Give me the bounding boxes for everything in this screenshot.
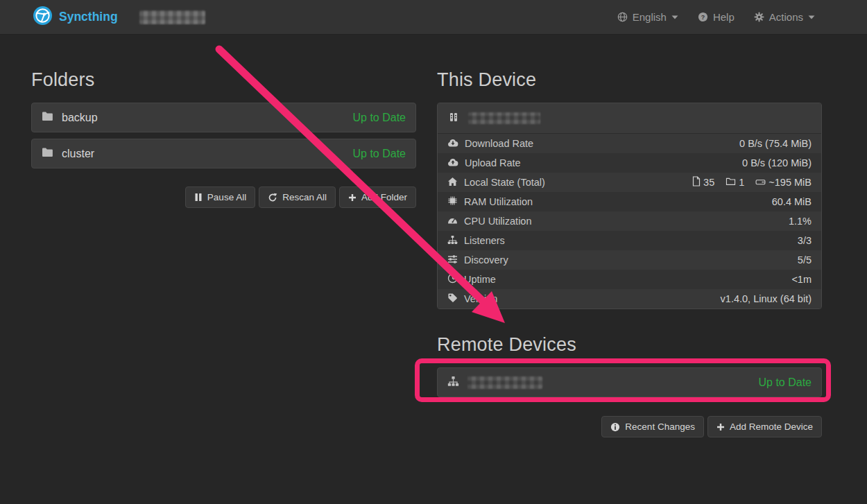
navbar-menu: English ? Help <box>617 11 815 23</box>
folder-row-cluster[interactable]: cluster Up to Date <box>31 139 416 168</box>
stat-value: 0 B/s (75.4 MiB) <box>739 138 812 149</box>
main-content: Folders backup Up to Date cluster Up to … <box>0 35 867 437</box>
stat-value: 60.4 MiB <box>772 196 812 207</box>
this-device-header[interactable] <box>438 103 821 134</box>
folder-row-backup[interactable]: backup Up to Date <box>31 103 416 132</box>
stat-value: 1.1% <box>789 216 812 227</box>
folder-name: cluster <box>62 148 94 160</box>
brand-title: Syncthing <box>59 10 118 24</box>
folders-title: Folders <box>31 69 416 91</box>
stat-label: Local State (Total) <box>464 177 545 188</box>
rescan-all-button[interactable]: Rescan All <box>259 186 336 208</box>
blurred-hostname <box>139 10 205 24</box>
folder-outline-icon <box>726 177 736 188</box>
stat-row-upload-rate: Upload Rate 0 B/s (120 MiB) <box>438 153 821 173</box>
globe-icon <box>617 12 628 22</box>
stat-row-uptime: Uptime <1m <box>438 270 821 289</box>
clock-icon <box>447 273 458 286</box>
stat-label: Download Rate <box>465 138 533 149</box>
caret-down-icon <box>671 15 678 20</box>
stat-value: 5/5 <box>798 254 812 266</box>
sitemap-icon <box>447 376 459 390</box>
device-bars-icon <box>447 111 460 126</box>
stat-label: Uptime <box>464 274 496 285</box>
stat-label: Upload Rate <box>465 157 521 168</box>
stat-row-cpu: CPU Utilization 1.1% <box>438 211 821 231</box>
stat-row-listeners: Listeners 3/3 <box>438 231 821 250</box>
folders-section: Folders backup Up to Date cluster Up to … <box>31 69 416 437</box>
nav-language-menu[interactable]: English <box>617 11 678 23</box>
nav-language-label: English <box>633 11 667 23</box>
cloud-upload-icon <box>447 157 458 168</box>
info-circle-icon <box>610 422 620 432</box>
remote-device-row[interactable]: Up to Date <box>437 367 822 397</box>
stat-row-download-rate: Download Rate 0 B/s (75.4 MiB) <box>438 134 821 153</box>
this-device-title: This Device <box>437 69 822 91</box>
gear-icon <box>754 12 764 22</box>
stat-value: <1m <box>791 274 812 285</box>
stat-row-ram: RAM Utilization 60.4 MiB <box>438 192 821 211</box>
folder-actions: Pause All Rescan All Add Folder <box>31 186 416 208</box>
device-section: This Device <box>437 69 822 437</box>
cloud-download-icon <box>447 138 458 149</box>
nav-help-label: Help <box>713 11 735 23</box>
pause-icon <box>194 193 203 202</box>
folder-status-badge: Up to Date <box>353 148 406 160</box>
syncthing-brand[interactable]: Syncthing <box>33 6 118 29</box>
add-remote-device-button[interactable]: Add Remote Device <box>707 416 822 437</box>
stat-row-local-state: Local State (Total) 35 <box>438 173 821 192</box>
remote-device-actions: Recent Changes Add Remote Device <box>437 416 822 437</box>
pause-all-label: Pause All <box>207 192 246 202</box>
stat-value: v1.4.0, Linux (64 bit) <box>721 293 812 304</box>
local-state-size: ~195 MiB <box>769 177 812 188</box>
home-icon <box>447 177 458 189</box>
stat-label: RAM Utilization <box>464 196 533 207</box>
rescan-all-label: Rescan All <box>282 192 327 202</box>
recent-changes-button[interactable]: Recent Changes <box>601 416 704 437</box>
directories-count: 1 <box>739 177 744 188</box>
stat-row-version: Version v1.4.0, Linux (64 bit) <box>438 289 821 309</box>
add-remote-device-label: Add Remote Device <box>730 422 813 432</box>
recent-changes-label: Recent Changes <box>625 422 695 432</box>
hdd-icon <box>755 177 766 188</box>
this-device-panel: Download Rate 0 B/s (75.4 MiB) Upload Ra… <box>437 103 822 309</box>
tachometer-icon <box>447 216 458 227</box>
stat-row-discovery: Discovery 5/5 <box>438 250 821 270</box>
folder-status-badge: Up to Date <box>353 112 406 124</box>
sitemap-icon <box>447 235 458 247</box>
nav-actions-menu[interactable]: Actions <box>754 11 815 23</box>
folder-name: backup <box>62 112 98 124</box>
stat-label: Version <box>464 293 497 304</box>
sliders-icon <box>447 254 458 266</box>
folder-icon <box>42 111 53 124</box>
stat-label: Discovery <box>464 254 508 266</box>
stat-label: Listeners <box>464 235 505 246</box>
tag-icon <box>447 293 458 305</box>
pause-all-button[interactable]: Pause All <box>185 186 255 208</box>
stat-value: 3/3 <box>798 235 812 246</box>
files-count: 35 <box>703 177 714 188</box>
local-state-values: 35 1 <box>692 176 812 189</box>
syncthing-logo-icon <box>33 6 53 29</box>
question-circle-icon: ? <box>698 12 708 22</box>
svg-text:?: ? <box>701 14 705 21</box>
file-icon <box>692 176 701 189</box>
add-folder-label: Add Folder <box>361 192 407 202</box>
nav-actions-label: Actions <box>769 11 803 23</box>
blurred-remote-device-name <box>467 376 542 389</box>
remote-devices-title: Remote Devices <box>437 334 822 356</box>
blurred-device-name <box>468 112 540 124</box>
navbar: Syncthing English ? Help <box>0 0 867 35</box>
add-folder-button[interactable]: Add Folder <box>339 186 416 208</box>
nav-help[interactable]: ? Help <box>698 11 735 23</box>
refresh-icon <box>268 193 277 202</box>
stat-label: CPU Utilization <box>464 216 532 227</box>
plus-icon <box>348 193 357 202</box>
remote-device-status-badge: Up to Date <box>759 376 812 389</box>
device-stats-table: Download Rate 0 B/s (75.4 MiB) Upload Ra… <box>438 134 821 309</box>
caret-down-icon <box>808 15 815 20</box>
stat-value: 0 B/s (120 MiB) <box>742 157 812 168</box>
folder-icon <box>42 147 53 160</box>
plus-icon <box>716 423 725 431</box>
microchip-icon <box>447 195 458 208</box>
